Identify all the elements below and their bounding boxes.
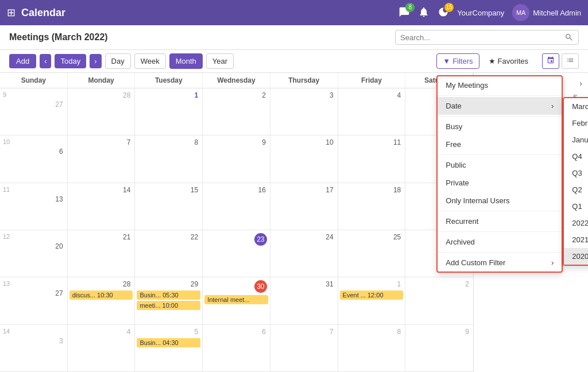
cell-w13-thu[interactable]: 31 xyxy=(270,277,338,324)
cell-w11-wed[interactable]: 16 xyxy=(203,183,270,230)
cell-w13-sun[interactable]: 13 27 xyxy=(0,277,68,324)
cell-w14-wed[interactable]: 6 xyxy=(203,325,270,371)
filter-private[interactable]: Private xyxy=(438,174,562,192)
today-button[interactable]: Today xyxy=(55,54,86,68)
cell-w10-fri[interactable]: 11 xyxy=(338,135,406,182)
date-march[interactable]: March xyxy=(564,98,588,115)
chat-icon-button[interactable]: 8 xyxy=(399,6,410,20)
cell-w12-fri[interactable]: 25 xyxy=(338,230,406,277)
date-submenu: March February January Q4 Q3 Q2 Q1 2022 … xyxy=(563,97,588,266)
cell-w14-tue[interactable]: 5 Busin... 04:30 xyxy=(135,325,203,371)
date-q3[interactable]: Q3 xyxy=(564,165,588,181)
cell-w9-tue[interactable]: 1 xyxy=(135,88,203,135)
cell-w10-tue[interactable]: 8 xyxy=(135,135,203,182)
date-february[interactable]: February xyxy=(564,115,588,131)
event-busin-29[interactable]: Busin... 05:30 xyxy=(137,290,200,300)
week-num-12: 12 xyxy=(2,232,65,241)
week-12: 12 20 21 22 23 24 25 26 xyxy=(0,230,473,277)
cell-w12-sun[interactable]: 12 20 xyxy=(0,230,68,277)
cell-w12-mon[interactable]: 21 xyxy=(68,230,136,277)
filter-internal[interactable]: Only Internal Users xyxy=(438,192,562,210)
filter-public[interactable]: Public xyxy=(438,156,562,174)
filter-my-meetings[interactable]: My Meetings xyxy=(438,76,562,94)
cell-w11-mon[interactable]: 14 xyxy=(68,183,136,230)
filter-divider-1 xyxy=(438,95,562,96)
filter-divider-3 xyxy=(438,154,562,155)
cell-w10-sun[interactable]: 10 6 xyxy=(0,135,68,182)
cell-w11-sun[interactable]: 11 13 xyxy=(0,183,68,230)
next-button[interactable]: › xyxy=(90,54,101,68)
cell-w9-thu[interactable]: 3 xyxy=(270,88,338,135)
date-2021[interactable]: 2021 xyxy=(564,231,588,248)
company-name[interactable]: YourCompany xyxy=(457,9,504,17)
cell-w13-fri[interactable]: 1 Event ... 12:00 xyxy=(338,277,406,324)
event-meeti[interactable]: meeti... 10:00 xyxy=(137,301,200,310)
cell-w11-fri[interactable]: 18 xyxy=(338,183,406,230)
cell-w12-thu[interactable]: 24 xyxy=(270,230,338,277)
moon-icon-button[interactable]: 15 xyxy=(438,6,449,20)
event-busin-5[interactable]: Busin... 04:30 xyxy=(137,338,200,347)
date-q1[interactable]: Q1 xyxy=(564,198,588,215)
week-num-11: 11 xyxy=(2,185,65,194)
cell-w10-thu[interactable]: 10 xyxy=(270,135,338,182)
prev-button[interactable]: ‹ xyxy=(40,54,51,68)
cell-w14-thu[interactable]: 7 xyxy=(270,325,338,371)
add-button[interactable]: Add xyxy=(9,54,36,68)
cell-w13-sat[interactable]: 2 xyxy=(405,277,473,324)
cell-w13-wed[interactable]: 30 Internal meet... xyxy=(203,277,270,324)
date-30: 30 xyxy=(254,280,267,293)
cell-w9-sun[interactable]: 9 27 xyxy=(0,88,68,135)
list-view-button[interactable] xyxy=(562,53,579,69)
col-header-mon: Monday xyxy=(68,73,136,88)
favorites-button[interactable]: ★ Favorites xyxy=(483,54,534,68)
week-num-13: 13 xyxy=(2,279,65,288)
filter-divider-2 xyxy=(438,116,562,117)
cell-w9-wed[interactable]: 2 xyxy=(203,88,270,135)
top-nav: ⊞ Calendar 8 15 YourCompany MA Mitchell … xyxy=(0,0,588,25)
date-january[interactable]: January xyxy=(564,131,588,148)
cell-w10-wed[interactable]: 9 xyxy=(203,135,270,182)
cell-w12-tue[interactable]: 22 xyxy=(135,230,203,277)
view-month-button[interactable]: Month xyxy=(169,53,203,69)
cell-w13-mon[interactable]: 28 discus... 10:30 xyxy=(68,277,136,324)
filter-custom[interactable]: Add Custom Filter › xyxy=(438,254,562,272)
view-week-button[interactable]: Week xyxy=(134,53,166,69)
date-2022[interactable]: 2022 xyxy=(564,215,588,231)
filter-dropdown-wrapper: ▼ Filters My Meetings Date › March Febru… xyxy=(436,53,479,69)
user-name: Mitchell Admin xyxy=(533,9,581,17)
date-q4[interactable]: Q4 xyxy=(564,148,588,165)
cell-w14-mon[interactable]: 4 xyxy=(68,325,136,371)
cell-w14-fri[interactable]: 8 xyxy=(338,325,406,371)
cell-w10-mon[interactable]: 7 xyxy=(68,135,136,182)
event-event-1[interactable]: Event ... 12:00 xyxy=(340,290,404,300)
filter-free[interactable]: Free xyxy=(438,135,562,153)
filter-button[interactable]: ▼ Filters xyxy=(436,53,479,69)
moon-badge: 15 xyxy=(444,3,454,12)
cell-w11-thu[interactable]: 17 xyxy=(270,183,338,230)
week-14: 14 3 4 5 Busin... 04:30 6 7 8 9 xyxy=(0,325,473,372)
list-icon xyxy=(566,56,574,64)
cell-w9-fri[interactable]: 4 xyxy=(338,88,406,135)
cell-w11-tue[interactable]: 15 xyxy=(135,183,203,230)
cell-w12-wed[interactable]: 23 xyxy=(203,230,270,277)
event-internal[interactable]: Internal meet... xyxy=(204,295,268,304)
filter-date[interactable]: Date › March February January Q4 Q3 Q2 Q… xyxy=(438,97,562,115)
mini-cal-next[interactable]: › xyxy=(579,79,582,88)
date-q2[interactable]: Q2 xyxy=(564,181,588,198)
filter-recurrent[interactable]: Recurrent xyxy=(438,212,562,230)
view-year-button[interactable]: Year xyxy=(206,53,234,69)
date-2020[interactable]: 2020 xyxy=(564,248,588,265)
cell-w14-sun[interactable]: 14 3 xyxy=(0,325,68,371)
view-day-button[interactable]: Day xyxy=(105,53,131,69)
search-input[interactable] xyxy=(400,33,564,42)
filter-busy[interactable]: Busy xyxy=(438,118,562,135)
user-menu[interactable]: MA Mitchell Admin xyxy=(512,4,581,21)
bell-icon-button[interactable] xyxy=(418,6,430,20)
event-discuss[interactable]: discus... 10:30 xyxy=(69,290,133,300)
filter-archived[interactable]: Archived xyxy=(438,233,562,251)
cell-w13-tue[interactable]: 29 Busin... 05:30 meeti... 10:00 xyxy=(135,277,203,324)
cell-w9-mon[interactable]: 28 xyxy=(68,88,136,135)
page-title: Meetings (March 2022) xyxy=(9,32,108,42)
calendar-view-button[interactable] xyxy=(542,53,559,69)
cell-w14-sat[interactable]: 9 xyxy=(405,325,473,371)
